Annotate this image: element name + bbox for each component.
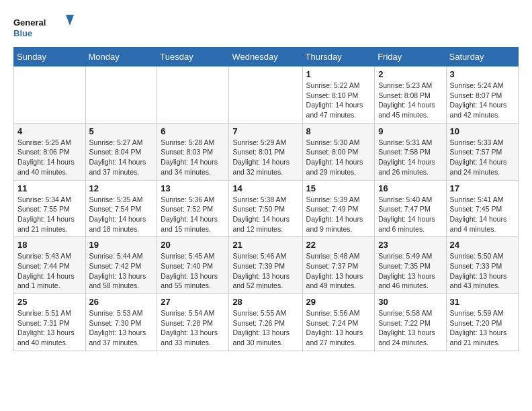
day-info: Sunrise: 5:45 AM Sunset: 7:40 PM Dayligh… (161, 251, 225, 291)
page-header: General Blue (13, 13, 519, 40)
day-info: Sunrise: 5:44 AM Sunset: 7:42 PM Dayligh… (89, 251, 154, 291)
calendar-cell (229, 66, 302, 124)
day-info: Sunrise: 5:43 AM Sunset: 7:44 PM Dayligh… (17, 251, 82, 291)
day-info: Sunrise: 5:23 AM Sunset: 8:08 PM Dayligh… (378, 81, 442, 120)
day-number: 4 (17, 126, 82, 136)
day-number: 30 (378, 297, 442, 307)
day-info: Sunrise: 5:36 AM Sunset: 7:52 PM Dayligh… (161, 195, 225, 234)
day-number: 18 (17, 240, 82, 250)
calendar-cell: 30Sunrise: 5:58 AM Sunset: 7:22 PM Dayli… (375, 294, 446, 351)
calendar-cell: 27Sunrise: 5:54 AM Sunset: 7:28 PM Dayli… (157, 294, 229, 351)
day-number: 10 (450, 126, 515, 136)
day-number: 20 (161, 240, 225, 250)
day-number: 12 (89, 183, 154, 193)
day-number: 29 (306, 297, 371, 307)
calendar-cell: 17Sunrise: 5:41 AM Sunset: 7:45 PM Dayli… (446, 180, 518, 237)
calendar-cell: 6Sunrise: 5:28 AM Sunset: 8:03 PM Daylig… (157, 123, 229, 180)
weekday-header-wednesday: Wednesday (229, 48, 302, 66)
calendar-cell: 16Sunrise: 5:40 AM Sunset: 7:47 PM Dayli… (375, 180, 446, 237)
day-number: 31 (450, 297, 515, 307)
calendar-week-5: 25Sunrise: 5:51 AM Sunset: 7:31 PM Dayli… (14, 294, 519, 351)
day-info: Sunrise: 5:54 AM Sunset: 7:28 PM Dayligh… (161, 308, 225, 348)
calendar-cell (14, 66, 86, 124)
day-number: 16 (378, 183, 442, 193)
day-info: Sunrise: 5:33 AM Sunset: 7:57 PM Dayligh… (450, 138, 515, 177)
weekday-header-saturday: Saturday (446, 48, 518, 66)
day-number: 26 (89, 297, 154, 307)
day-info: Sunrise: 5:28 AM Sunset: 8:03 PM Dayligh… (161, 138, 225, 177)
calendar-cell: 24Sunrise: 5:50 AM Sunset: 7:33 PM Dayli… (446, 237, 518, 294)
day-info: Sunrise: 5:59 AM Sunset: 7:20 PM Dayligh… (450, 308, 515, 348)
day-info: Sunrise: 5:27 AM Sunset: 8:04 PM Dayligh… (89, 138, 154, 177)
calendar-cell: 4Sunrise: 5:25 AM Sunset: 8:06 PM Daylig… (14, 123, 86, 180)
calendar-week-4: 18Sunrise: 5:43 AM Sunset: 7:44 PM Dayli… (14, 237, 519, 294)
calendar-week-1: 1Sunrise: 5:22 AM Sunset: 8:10 PM Daylig… (14, 66, 519, 124)
day-number: 15 (306, 183, 371, 193)
day-info: Sunrise: 5:56 AM Sunset: 7:24 PM Dayligh… (306, 308, 371, 348)
calendar-cell: 12Sunrise: 5:35 AM Sunset: 7:54 PM Dayli… (85, 180, 157, 237)
calendar-cell: 23Sunrise: 5:49 AM Sunset: 7:35 PM Dayli… (375, 237, 446, 294)
calendar-cell: 2Sunrise: 5:23 AM Sunset: 8:08 PM Daylig… (375, 66, 446, 124)
calendar-week-2: 4Sunrise: 5:25 AM Sunset: 8:06 PM Daylig… (14, 123, 519, 180)
calendar-cell: 5Sunrise: 5:27 AM Sunset: 8:04 PM Daylig… (85, 123, 157, 180)
calendar-cell: 11Sunrise: 5:34 AM Sunset: 7:55 PM Dayli… (14, 180, 86, 237)
day-number: 19 (89, 240, 154, 250)
day-info: Sunrise: 5:31 AM Sunset: 7:58 PM Dayligh… (378, 138, 442, 177)
day-info: Sunrise: 5:30 AM Sunset: 8:00 PM Dayligh… (306, 138, 371, 177)
weekday-header-sunday: Sunday (14, 48, 86, 66)
day-number: 23 (378, 240, 442, 250)
day-number: 21 (232, 240, 298, 250)
calendar-cell (157, 66, 229, 124)
day-info: Sunrise: 5:24 AM Sunset: 8:07 PM Dayligh… (450, 81, 515, 120)
day-number: 17 (450, 183, 515, 193)
calendar-cell: 10Sunrise: 5:33 AM Sunset: 7:57 PM Dayli… (446, 123, 518, 180)
weekday-header-tuesday: Tuesday (157, 48, 229, 66)
day-info: Sunrise: 5:55 AM Sunset: 7:26 PM Dayligh… (232, 308, 298, 348)
svg-text:General: General (13, 17, 46, 28)
day-info: Sunrise: 5:40 AM Sunset: 7:47 PM Dayligh… (378, 195, 442, 234)
day-number: 3 (450, 69, 515, 79)
day-number: 5 (89, 126, 154, 136)
day-number: 8 (306, 126, 371, 136)
day-info: Sunrise: 5:34 AM Sunset: 7:55 PM Dayligh… (17, 195, 82, 234)
day-info: Sunrise: 5:53 AM Sunset: 7:30 PM Dayligh… (89, 308, 154, 348)
day-info: Sunrise: 5:50 AM Sunset: 7:33 PM Dayligh… (450, 251, 515, 291)
svg-marker-2 (66, 15, 74, 26)
day-info: Sunrise: 5:35 AM Sunset: 7:54 PM Dayligh… (89, 195, 154, 234)
calendar-cell: 15Sunrise: 5:39 AM Sunset: 7:49 PM Dayli… (302, 180, 375, 237)
calendar-cell: 22Sunrise: 5:48 AM Sunset: 7:37 PM Dayli… (302, 237, 375, 294)
day-number: 6 (161, 126, 225, 136)
day-info: Sunrise: 5:51 AM Sunset: 7:31 PM Dayligh… (17, 308, 82, 348)
day-number: 2 (378, 69, 442, 79)
calendar-cell: 18Sunrise: 5:43 AM Sunset: 7:44 PM Dayli… (14, 237, 86, 294)
day-number: 1 (306, 69, 371, 79)
calendar-cell: 14Sunrise: 5:38 AM Sunset: 7:50 PM Dayli… (229, 180, 302, 237)
calendar-cell: 25Sunrise: 5:51 AM Sunset: 7:31 PM Dayli… (14, 294, 86, 351)
weekday-header-monday: Monday (85, 48, 157, 66)
calendar-cell: 21Sunrise: 5:46 AM Sunset: 7:39 PM Dayli… (229, 237, 302, 294)
day-info: Sunrise: 5:46 AM Sunset: 7:39 PM Dayligh… (232, 251, 298, 291)
day-info: Sunrise: 5:29 AM Sunset: 8:01 PM Dayligh… (232, 138, 298, 177)
day-number: 11 (17, 183, 82, 193)
day-number: 27 (161, 297, 225, 307)
calendar-cell: 20Sunrise: 5:45 AM Sunset: 7:40 PM Dayli… (157, 237, 229, 294)
calendar-table: SundayMondayTuesdayWednesdayThursdayFrid… (13, 47, 519, 351)
calendar-cell (85, 66, 157, 124)
day-info: Sunrise: 5:22 AM Sunset: 8:10 PM Dayligh… (306, 81, 371, 120)
logo: General Blue (13, 13, 74, 40)
day-info: Sunrise: 5:41 AM Sunset: 7:45 PM Dayligh… (450, 195, 515, 234)
calendar-cell: 13Sunrise: 5:36 AM Sunset: 7:52 PM Dayli… (157, 180, 229, 237)
day-info: Sunrise: 5:38 AM Sunset: 7:50 PM Dayligh… (232, 195, 298, 234)
day-info: Sunrise: 5:49 AM Sunset: 7:35 PM Dayligh… (378, 251, 442, 291)
day-number: 14 (232, 183, 298, 193)
day-number: 28 (232, 297, 298, 307)
svg-text:Blue: Blue (13, 28, 32, 38)
calendar-week-3: 11Sunrise: 5:34 AM Sunset: 7:55 PM Dayli… (14, 180, 519, 237)
calendar-cell: 8Sunrise: 5:30 AM Sunset: 8:00 PM Daylig… (302, 123, 375, 180)
day-number: 9 (378, 126, 442, 136)
logo-svg: General Blue (13, 13, 74, 40)
calendar-cell: 28Sunrise: 5:55 AM Sunset: 7:26 PM Dayli… (229, 294, 302, 351)
day-info: Sunrise: 5:48 AM Sunset: 7:37 PM Dayligh… (306, 251, 371, 291)
calendar-cell: 3Sunrise: 5:24 AM Sunset: 8:07 PM Daylig… (446, 66, 518, 124)
calendar-cell: 1Sunrise: 5:22 AM Sunset: 8:10 PM Daylig… (302, 66, 375, 124)
